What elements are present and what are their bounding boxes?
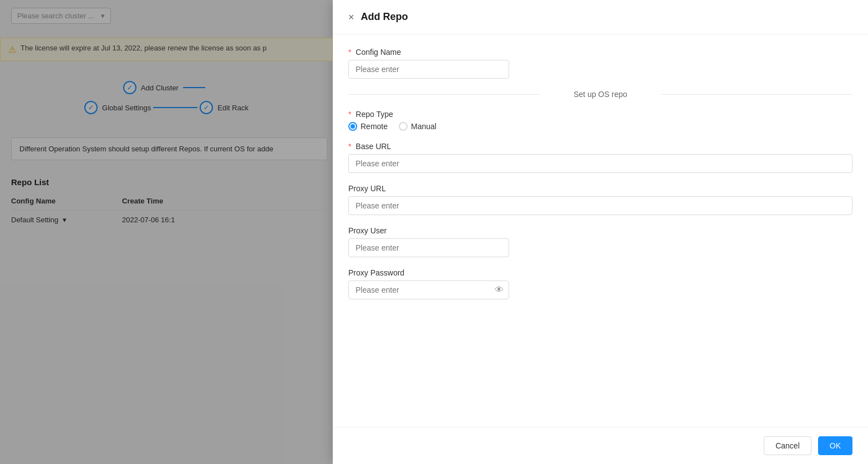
modal-header: × Add Repo [333, 0, 868, 34]
repo-type-required-marker: * [348, 110, 351, 119]
repo-type-label: * Repo Type [348, 110, 852, 119]
config-name-input[interactable] [348, 60, 509, 79]
eye-icon[interactable]: 👁 [495, 285, 504, 295]
close-icon[interactable]: × [348, 12, 354, 22]
proxy-url-input[interactable] [348, 196, 852, 215]
ok-button[interactable]: OK [818, 436, 852, 455]
radio-manual[interactable]: Manual [399, 122, 436, 131]
modal-body: * Config Name Set up OS repo * Repo Type… [333, 34, 868, 427]
radio-remote[interactable]: Remote [348, 122, 388, 131]
repo-type-radio-group: Remote Manual [348, 122, 852, 131]
proxy-user-input[interactable] [348, 238, 509, 257]
base-url-group: * Base URL [348, 142, 852, 173]
cancel-button[interactable]: Cancel [764, 436, 811, 455]
modal-footer: Cancel OK [333, 427, 868, 464]
base-url-required-marker: * [348, 142, 351, 151]
proxy-password-group: Proxy Password 👁 [348, 268, 852, 299]
config-name-required-marker: * [348, 48, 351, 57]
proxy-user-group: Proxy User [348, 226, 852, 257]
config-name-label: * Config Name [348, 48, 852, 57]
config-name-group: * Config Name [348, 48, 852, 79]
modal-backdrop [0, 0, 333, 464]
proxy-password-label: Proxy Password [348, 268, 852, 277]
base-url-input[interactable] [348, 154, 852, 173]
proxy-url-label: Proxy URL [348, 184, 852, 193]
proxy-url-group: Proxy URL [348, 184, 852, 215]
radio-label-manual: Manual [411, 122, 436, 131]
radio-circle-remote [348, 122, 357, 131]
radio-label-remote: Remote [361, 122, 388, 131]
section-divider: Set up OS repo [348, 90, 852, 99]
modal-title: Add Repo [361, 11, 408, 23]
proxy-password-input[interactable] [348, 281, 509, 299]
radio-circle-manual [399, 122, 408, 131]
add-repo-modal: × Add Repo * Config Name Set up OS repo … [333, 0, 868, 464]
proxy-password-wrapper: 👁 [348, 281, 509, 299]
base-url-label: * Base URL [348, 142, 852, 151]
repo-type-group: * Repo Type Remote Manual [348, 110, 852, 131]
proxy-user-label: Proxy User [348, 226, 852, 235]
